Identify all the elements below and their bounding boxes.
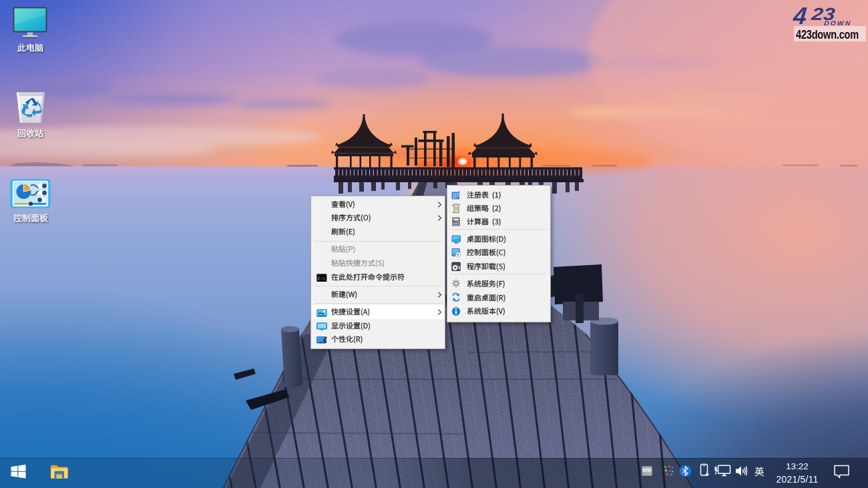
- svg-text:C:\: C:\: [318, 276, 325, 281]
